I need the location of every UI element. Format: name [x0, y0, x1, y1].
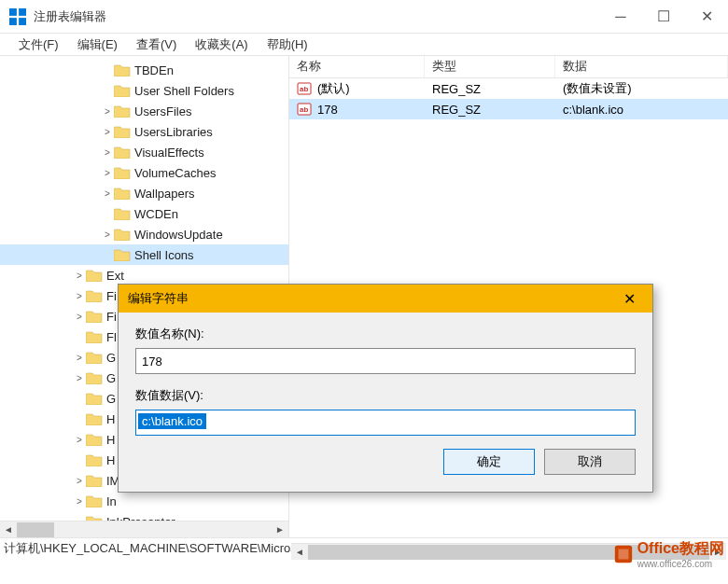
col-header-type[interactable]: 类型	[425, 56, 555, 77]
chevron-icon[interactable]: >	[101, 127, 114, 137]
tree-label: H	[106, 453, 115, 467]
svg-rect-2	[9, 18, 17, 25]
window-controls: ─ ☐ ✕	[599, 0, 728, 34]
ok-button[interactable]: 确定	[443, 449, 535, 475]
menu-view[interactable]: 查看(V)	[127, 36, 186, 53]
dialog-title: 编辑字符串	[128, 290, 615, 307]
tree-label: VisualEffects	[134, 146, 204, 160]
tree-item[interactable]: User Shell Folders	[0, 80, 288, 101]
tree-label: UsersFiles	[134, 104, 191, 118]
chevron-icon[interactable]: >	[73, 353, 86, 363]
svg-rect-11	[618, 549, 628, 560]
scroll-track[interactable]	[17, 521, 272, 538]
list-body: ab(默认)REG_SZ(数值未设置)ab178REG_SZc:\blank.i…	[289, 78, 728, 119]
list-row[interactable]: ab(默认)REG_SZ(数值未设置)	[289, 78, 728, 99]
tree-label: H	[106, 412, 115, 426]
tree-label: G	[106, 351, 116, 365]
tree-item[interactable]: >Wallpapers	[0, 183, 288, 203]
scroll-thumb[interactable]	[17, 522, 54, 537]
tree-label: G	[106, 371, 116, 385]
chevron-icon[interactable]: >	[73, 476, 86, 486]
menu-help[interactable]: 帮助(H)	[258, 36, 317, 53]
chevron-icon[interactable]: >	[73, 312, 86, 322]
cell-data: c:\blank.ico	[555, 103, 728, 117]
tree-item[interactable]: >Ext	[0, 265, 288, 285]
office-icon	[613, 544, 634, 564]
svg-text:ab: ab	[300, 85, 308, 93]
office-sub: www.office26.com	[637, 559, 724, 569]
tree-scrollbar-h[interactable]: ◄ ►	[0, 521, 288, 537]
menu-file[interactable]: 文件(F)	[9, 36, 68, 53]
edit-string-dialog: 编辑字符串 ✕ 数值名称(N): 数值数据(V): c:\blank.ico 确…	[118, 284, 653, 493]
value-name-label: 数值名称(N):	[135, 326, 636, 342]
tree-label: Fi	[106, 310, 117, 324]
menu-edit[interactable]: 编辑(E)	[68, 36, 127, 53]
cancel-button[interactable]: 取消	[544, 449, 636, 475]
chevron-icon[interactable]: >	[73, 496, 86, 507]
col-header-name[interactable]: 名称	[289, 56, 425, 77]
tree-label: H	[106, 433, 115, 447]
dialog-close-button[interactable]: ✕	[615, 290, 643, 308]
scroll-left-icon[interactable]: ◄	[0, 521, 17, 538]
list-row[interactable]: ab178REG_SZc:\blank.ico	[289, 99, 728, 119]
menubar: 文件(F) 编辑(E) 查看(V) 收藏夹(A) 帮助(H)	[0, 34, 728, 56]
chevron-icon[interactable]: >	[73, 435, 86, 445]
chevron-icon[interactable]: >	[101, 106, 114, 117]
titlebar: 注册表编辑器 ─ ☐ ✕	[0, 0, 728, 34]
dialog-buttons: 确定 取消	[135, 449, 636, 475]
tree-item[interactable]: Shell Icons	[0, 244, 288, 265]
tree-item[interactable]: >VisualEffects	[0, 142, 288, 162]
svg-rect-1	[19, 8, 26, 16]
chevron-icon[interactable]: >	[73, 373, 86, 383]
tree-item[interactable]: TBDEn	[0, 60, 288, 80]
tree-label: G	[106, 392, 116, 406]
dialog-body: 数值名称(N): 数值数据(V): c:\blank.ico 确定 取消	[119, 313, 652, 492]
cell-type: REG_SZ	[425, 103, 555, 117]
value-data-label: 数值数据(V):	[135, 387, 636, 404]
tree-label: User Shell Folders	[134, 84, 234, 98]
menu-favorites[interactable]: 收藏夹(A)	[186, 36, 257, 53]
office-badge: Office教程网 www.office26.com	[613, 539, 724, 569]
svg-rect-0	[9, 8, 17, 16]
tree-item[interactable]: >In	[0, 491, 288, 511]
tree-label: Wallpapers	[134, 187, 195, 201]
tree-item[interactable]: >UsersLibraries	[0, 121, 288, 142]
svg-text:ab: ab	[300, 105, 308, 114]
regedit-icon	[9, 8, 26, 25]
tree-item[interactable]: >UsersFiles	[0, 101, 288, 121]
tree-label: In	[106, 494, 117, 508]
scroll-right-icon[interactable]: ►	[272, 521, 288, 538]
tree-label: WCDEn	[134, 207, 178, 221]
tree-label: WindowsUpdate	[134, 228, 223, 242]
tree-item[interactable]: >VolumeCaches	[0, 162, 288, 183]
close-button[interactable]: ✕	[685, 0, 728, 34]
office-title: Office教程网	[637, 540, 724, 556]
cell-data: (数值未设置)	[555, 80, 728, 97]
value-data-input[interactable]: c:\blank.ico	[135, 410, 636, 436]
tree-label: TBDEn	[134, 63, 174, 77]
chevron-icon[interactable]: >	[101, 147, 114, 158]
dialog-titlebar[interactable]: 编辑字符串 ✕	[119, 285, 652, 313]
tree-label: VolumeCaches	[134, 166, 216, 180]
cell-name: ab(默认)	[289, 80, 425, 97]
maximize-button[interactable]: ☐	[642, 0, 685, 34]
cell-type: REG_SZ	[425, 82, 555, 96]
tree-label: Fi	[106, 289, 117, 303]
chevron-icon[interactable]: >	[73, 271, 86, 281]
chevron-icon[interactable]: >	[101, 229, 114, 240]
scroll-left-icon[interactable]: ◄	[291, 544, 308, 561]
cell-name: ab178	[289, 102, 425, 117]
minimize-button[interactable]: ─	[599, 0, 642, 34]
tree-item[interactable]: WCDEn	[0, 203, 288, 224]
chevron-icon[interactable]: >	[101, 188, 114, 199]
svg-rect-3	[19, 18, 26, 25]
tree-label: Shell Icons	[134, 248, 194, 262]
value-name-input[interactable]	[135, 348, 636, 374]
tree-label: Fl	[106, 330, 117, 344]
chevron-icon[interactable]: >	[73, 291, 86, 301]
value-data-selected-text: c:\blank.ico	[138, 413, 206, 429]
chevron-icon[interactable]: >	[101, 168, 114, 178]
tree-item[interactable]: >WindowsUpdate	[0, 224, 288, 244]
col-header-data[interactable]: 数据	[555, 56, 728, 77]
list-header: 名称 类型 数据	[289, 56, 728, 78]
